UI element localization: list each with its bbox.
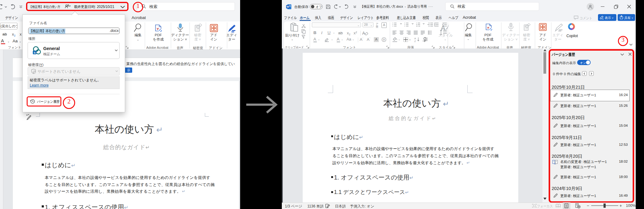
svg-text:A: A	[362, 31, 365, 36]
svg-text:字: 字	[383, 38, 385, 41]
svg-text:A: A	[441, 24, 446, 32]
svg-text:S: S	[34, 51, 36, 54]
svg-text:W: W	[286, 5, 289, 8]
svg-text:Z: Z	[414, 40, 416, 42]
